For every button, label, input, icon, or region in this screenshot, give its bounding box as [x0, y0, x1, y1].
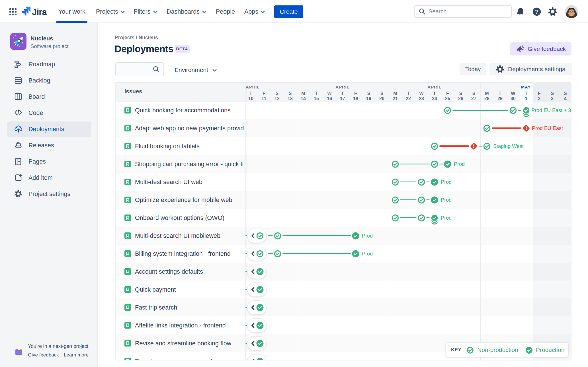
svg-text:?: ? — [535, 9, 538, 15]
